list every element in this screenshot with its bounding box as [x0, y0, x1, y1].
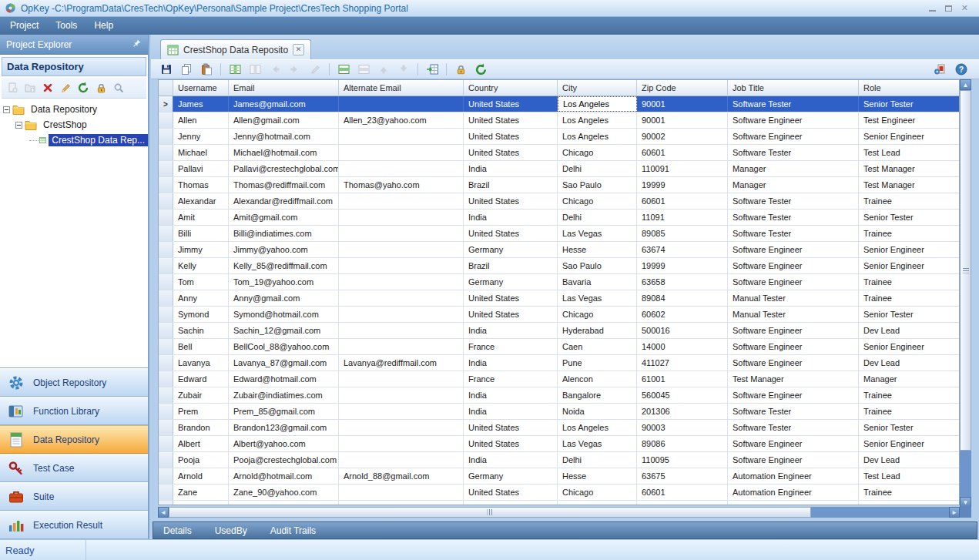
table-row[interactable]: AmitAmit@gmail.comIndiaDelhi11091Softwar… [159, 210, 959, 226]
grid-cell[interactable]: Los Angeles [558, 420, 637, 435]
grid-cell[interactable]: Amit@gmail.com [229, 210, 339, 225]
table-row[interactable]: AnnyAnny@gmail.comUnited StatesLas Vegas… [159, 290, 959, 307]
insert-column-button[interactable] [226, 62, 243, 77]
tree-item-data-repository[interactable]: Data Repository [3, 102, 148, 117]
grid-cell[interactable]: India [464, 404, 558, 419]
grid-cell[interactable]: Germany [464, 242, 558, 257]
help-button[interactable]: ? [953, 62, 970, 77]
grid-cell[interactable]: 60602 [637, 307, 728, 322]
lock-button[interactable] [93, 80, 109, 96]
grid-cell[interactable]: 411027 [637, 355, 728, 371]
vertical-scrollbar[interactable]: ▲ ▼ [960, 79, 971, 508]
grid-cell[interactable]: Jenny [173, 129, 229, 144]
grid-cell[interactable]: United States [464, 436, 558, 451]
table-row[interactable]: ZaneZane_90@yahoo.comUnited StatesChicag… [159, 485, 959, 501]
grid-cell[interactable]: Caen [558, 339, 637, 354]
grid-cell[interactable] [339, 258, 464, 273]
grid-cell[interactable] [339, 420, 464, 435]
grid-cell[interactable]: Alexandar@rediffmail.com [229, 193, 339, 209]
grid-cell[interactable]: 61001 [637, 371, 728, 387]
grid-cell[interactable]: Lavanya@rediffmail.com [339, 355, 464, 371]
grid-cell[interactable]: 110095 [637, 452, 728, 468]
tab-close-icon[interactable]: ✕ [293, 44, 304, 55]
grid-cell[interactable]: Anny@gmail.com [229, 290, 339, 306]
grid-cell[interactable]: Zane [173, 485, 229, 500]
grid-cell[interactable]: 90002 [637, 129, 728, 144]
table-row[interactable]: AllenAllen@gmail.comAllen_23@yahoo.comUn… [159, 112, 959, 129]
refresh-button[interactable] [472, 62, 489, 77]
grid-cell[interactable]: Delhi [558, 161, 637, 176]
tab-usedby[interactable]: UsedBy [215, 525, 247, 536]
scroll-up-icon[interactable]: ▲ [960, 79, 971, 90]
grid-cell[interactable]: Los Angeles [558, 112, 637, 128]
grid-cell[interactable]: Tom_19@yahoo.com [229, 274, 339, 290]
grid-cell[interactable]: Noida [558, 404, 637, 419]
grid-cell[interactable]: Pooja@crestechglobal.com [229, 452, 339, 468]
grid-cell[interactable]: James [173, 96, 229, 112]
table-row[interactable]: MichaelMichael@hotmail.comUnited StatesC… [159, 145, 959, 161]
grid-cell[interactable]: Software Engineer [728, 452, 859, 468]
tab-audit-trails[interactable]: Audit Trails [270, 525, 316, 536]
scroll-down-icon[interactable]: ▼ [960, 497, 971, 508]
grid-cell[interactable]: Allen [173, 112, 229, 128]
grid-cell[interactable]: United States [464, 129, 558, 144]
grid-cell[interactable] [339, 226, 464, 241]
grid-cell[interactable] [339, 274, 464, 290]
table-row[interactable]: JimmyJimmy@yahoo.comGermanyHesse63674Sof… [159, 242, 959, 258]
grid-cell[interactable]: Brandon123@gmail.com [229, 420, 339, 435]
grid-cell[interactable] [173, 501, 229, 505]
grid-cell[interactable]: Hesse [558, 468, 637, 484]
table-row[interactable]: TomTom_19@yahoo.comGermanyBavaria63658So… [159, 274, 959, 290]
grid-cell[interactable] [339, 129, 464, 144]
sidebar-item-function-library[interactable]: Function Library [0, 397, 148, 425]
grid-cell[interactable]: Alexandar [173, 193, 229, 209]
grid-cell[interactable]: Software Tester [728, 193, 859, 209]
grid-cell[interactable] [464, 501, 558, 505]
grid-cell[interactable]: United States [464, 112, 558, 128]
table-row[interactable]: >JamesJames@gmail.comUnited StatesLos An… [159, 96, 959, 112]
grid-cell[interactable]: Trainee [859, 485, 960, 500]
grid-cell[interactable]: Arnold [173, 468, 229, 484]
grid-cell[interactable]: Germany [464, 468, 558, 484]
grid-cell[interactable]: Symond [173, 307, 229, 322]
grid-cell[interactable]: Trainee [859, 290, 960, 306]
grid-cell[interactable]: Software Engineer [728, 274, 859, 290]
grid-cell[interactable] [339, 387, 464, 403]
grid-cell[interactable] [339, 339, 464, 354]
grid-cell[interactable]: Senior Engineer [859, 129, 960, 144]
grid-cell[interactable]: Los Angeles [558, 129, 637, 144]
grid-cell[interactable]: Michael [173, 145, 229, 160]
grid-cell[interactable]: India [464, 161, 558, 176]
table-row[interactable]: ZubairZubair@indiatimes.comIndiaBangalor… [159, 387, 959, 404]
export-report-button[interactable] [931, 62, 948, 77]
grid-cell[interactable]: Test Manager [728, 371, 859, 387]
add-folder-button[interactable] [22, 80, 38, 96]
grid-cell[interactable]: Lavanya [173, 355, 229, 371]
grid-cell[interactable] [339, 145, 464, 160]
grid-cell[interactable]: United States [464, 193, 558, 209]
paste-button[interactable] [198, 62, 215, 77]
maximize-icon[interactable] [945, 5, 952, 12]
grid-cell[interactable]: 560045 [637, 387, 728, 403]
column-header-role[interactable]: Role [859, 80, 960, 96]
table-row[interactable]: SymondSymond@hotmail.comUnited StatesChi… [159, 307, 959, 323]
sidebar-item-execution-result[interactable]: Execution Result [0, 511, 148, 539]
grid-cell[interactable] [339, 501, 464, 505]
grid-cell[interactable]: Senior Engineer [859, 339, 960, 354]
grid-cell[interactable]: Delhi [558, 210, 637, 225]
copy-button[interactable] [178, 62, 195, 77]
grid-cell[interactable]: Trainee [859, 226, 960, 241]
grid-cell[interactable]: India [464, 323, 558, 338]
grid-cell[interactable]: Senior Engineer [859, 436, 960, 451]
grid-cell[interactable]: France [464, 339, 558, 354]
grid-cell[interactable]: 90001 [637, 112, 728, 128]
grid-cell[interactable] [339, 452, 464, 468]
grid-cell[interactable]: Software Engineer [728, 339, 859, 354]
grid-cell[interactable]: Trainee [859, 274, 960, 290]
grid-cell[interactable]: Anny [173, 290, 229, 306]
grid-cell[interactable]: 89084 [637, 290, 728, 306]
move-down-button[interactable] [395, 62, 412, 77]
grid-cell[interactable]: Test Manager [859, 161, 960, 176]
grid-cell[interactable]: Senior Tester [859, 210, 960, 225]
grid-cell[interactable]: Manual Tester [728, 290, 859, 306]
